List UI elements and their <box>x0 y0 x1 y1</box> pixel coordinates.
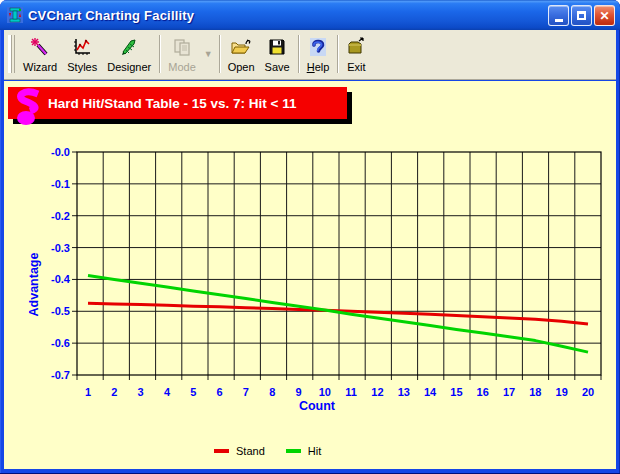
svg-text:-0.6: -0.6 <box>51 337 70 349</box>
magic-wand-icon <box>30 36 50 58</box>
toolbar-separator <box>337 35 338 73</box>
svg-text:3: 3 <box>138 386 144 398</box>
app-icon <box>7 7 23 23</box>
toolbar: Wizard Styles Designer <box>4 30 616 80</box>
svg-text:14: 14 <box>424 386 437 398</box>
svg-text:10: 10 <box>319 386 331 398</box>
svg-text:-0.0: -0.0 <box>51 146 70 158</box>
svg-text:6: 6 <box>217 386 223 398</box>
svg-text:-0.5: -0.5 <box>51 305 70 317</box>
stand-series-label: Stand <box>236 445 265 457</box>
wizard-button[interactable]: Wizard <box>18 33 62 75</box>
svg-text:2: 2 <box>111 386 117 398</box>
svg-text:8: 8 <box>269 386 275 398</box>
svg-text:1: 1 <box>85 386 91 398</box>
close-button[interactable]: ✕ <box>594 5 615 26</box>
svg-text:-0.2: -0.2 <box>51 210 70 222</box>
svg-text:9: 9 <box>295 386 301 398</box>
svg-text:11: 11 <box>345 386 357 398</box>
exit-label: Exit <box>347 61 365 73</box>
app-window: CVChart Charting Facillity ✕ Wizard <box>0 0 620 474</box>
toolbar-grip[interactable] <box>8 35 15 73</box>
designer-button[interactable]: Designer <box>102 33 156 75</box>
scribble-icon <box>13 88 43 126</box>
window-title: CVChart Charting Facillity <box>28 8 194 23</box>
save-label: Save <box>265 61 290 73</box>
toolbar-separator <box>219 35 220 73</box>
styles-button[interactable]: Styles <box>62 33 102 75</box>
chart-styles-icon <box>72 36 92 58</box>
designer-label: Designer <box>107 61 151 73</box>
svg-text:15: 15 <box>450 386 462 398</box>
maximize-button[interactable] <box>571 5 592 26</box>
copy-pages-icon <box>172 36 192 58</box>
maximize-icon <box>577 11 586 20</box>
mode-dropdown-icon: ▼ <box>201 49 216 59</box>
open-label: Open <box>228 61 255 73</box>
stand-series-swatch <box>214 449 229 453</box>
floppy-disk-icon <box>267 36 287 58</box>
help-button[interactable]: Help <box>302 33 335 75</box>
chart-legend: Stand Hit <box>214 445 321 457</box>
svg-text:-0.7: -0.7 <box>51 369 70 381</box>
svg-text:4: 4 <box>164 386 171 398</box>
help-question-icon <box>308 36 328 58</box>
svg-text:-0.4: -0.4 <box>51 273 71 285</box>
close-icon: ✕ <box>599 10 609 22</box>
y-axis-title: Advantage <box>27 225 44 345</box>
toolbar-separator <box>298 35 299 73</box>
svg-text:-0.3: -0.3 <box>51 242 70 254</box>
title-bar[interactable]: CVChart Charting Facillity ✕ <box>0 0 620 30</box>
svg-text:16: 16 <box>477 386 489 398</box>
svg-text:20: 20 <box>582 386 594 398</box>
svg-text:-0.1: -0.1 <box>51 178 70 190</box>
hit-series-label: Hit <box>308 445 321 457</box>
mode-label: Mode <box>168 61 196 73</box>
chart-client-area: Hard Hit/Stand Table - 15 vs. 7: Hit < 1… <box>4 81 616 469</box>
help-label: Help <box>307 61 330 73</box>
minimize-button[interactable] <box>548 5 569 26</box>
svg-text:12: 12 <box>371 386 383 398</box>
chart-title-text: Hard Hit/Stand Table - 15 vs. 7: Hit < 1… <box>48 96 296 111</box>
svg-text:7: 7 <box>243 386 249 398</box>
open-button[interactable]: Open <box>223 33 260 75</box>
x-axis-title: Count <box>265 399 369 413</box>
wizard-label: Wizard <box>23 61 57 73</box>
mode-button: Mode <box>163 33 201 75</box>
svg-text:5: 5 <box>190 386 196 398</box>
save-button[interactable]: Save <box>260 33 295 75</box>
svg-text:13: 13 <box>398 386 410 398</box>
brush-icon <box>119 36 139 58</box>
toolbar-separator <box>159 35 160 73</box>
hit-series-swatch <box>286 449 301 453</box>
exit-button[interactable]: Exit <box>341 33 371 75</box>
minimize-icon <box>555 19 563 22</box>
svg-text:17: 17 <box>503 386 515 398</box>
open-folder-icon <box>230 36 252 58</box>
chart-title-banner: Hard Hit/Stand Table - 15 vs. 7: Hit < 1… <box>8 87 347 119</box>
svg-text:19: 19 <box>556 386 568 398</box>
exit-door-icon <box>346 36 366 58</box>
styles-label: Styles <box>67 61 97 73</box>
svg-text:18: 18 <box>529 386 541 398</box>
